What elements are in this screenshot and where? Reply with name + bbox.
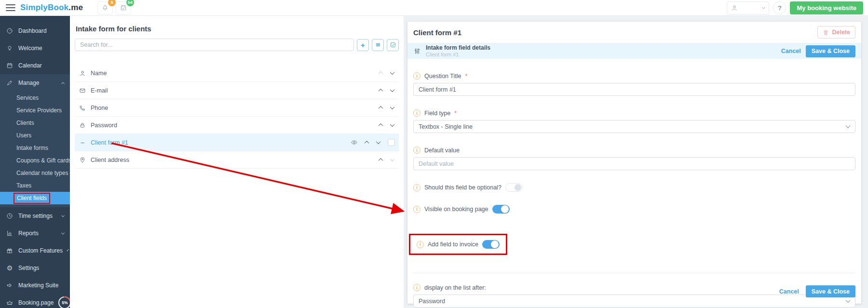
bookings-button[interactable]: 54 xyxy=(116,1,131,14)
user-menu-dropdown[interactable] xyxy=(727,1,769,14)
move-down-button[interactable] xyxy=(389,70,395,76)
optional-toggle[interactable] xyxy=(505,183,523,192)
list-item-phone[interactable]: Phone xyxy=(75,99,399,117)
move-up-button[interactable] xyxy=(378,122,383,128)
question-title-label-row: i Question Title * xyxy=(413,72,855,80)
notifications-badge: 5 xyxy=(108,0,116,6)
required-asterisk: * xyxy=(454,110,457,117)
sidebar-item-client-fields[interactable]: Client fields xyxy=(0,192,70,204)
sidebar-item-taxes[interactable]: Taxes xyxy=(0,179,70,192)
sidebar-item-calendar[interactable]: Calendar xyxy=(0,57,70,74)
trash-icon xyxy=(823,29,829,36)
checkbox-icon xyxy=(390,41,396,48)
detail-header: Client form #1 Delete xyxy=(407,22,861,43)
move-down-button[interactable] xyxy=(389,88,395,94)
cancel-button-bottom[interactable]: Cancel xyxy=(779,288,799,295)
sidebar-item-services[interactable]: Services xyxy=(0,92,70,104)
move-down-button[interactable] xyxy=(389,122,395,128)
info-icon: i xyxy=(413,184,420,191)
calendar-check-icon xyxy=(120,4,127,11)
delete-button[interactable]: Delete xyxy=(817,26,855,39)
row-checkbox[interactable] xyxy=(388,139,395,146)
visible-toggle-row: i Visible on booking page xyxy=(413,205,855,214)
hamburger-menu-icon[interactable] xyxy=(6,4,15,11)
sidebar-item-booking-page[interactable]: Booking.page 5% xyxy=(0,294,70,308)
field-list: Name E-mail Phone Password – Client form xyxy=(75,65,399,169)
person-icon xyxy=(79,70,86,77)
bar-chart-icon xyxy=(6,230,14,237)
visible-on-booking-page-toggle[interactable] xyxy=(492,205,510,214)
select-fields-button[interactable] xyxy=(387,39,399,51)
chevron-down-icon xyxy=(61,214,65,217)
sidebar-item-time-settings[interactable]: Time settings xyxy=(0,207,70,225)
sidebar-item-reports[interactable]: Reports xyxy=(0,225,70,242)
top-bar: SimplyBook.me 5 54 ? My booking website xyxy=(0,0,868,16)
list-item-client-form-1[interactable]: – Client form #1 xyxy=(75,134,399,151)
help-button[interactable]: ? xyxy=(773,1,786,14)
move-down-button[interactable] xyxy=(375,140,381,146)
list-item-password[interactable]: Password xyxy=(75,117,399,134)
field-type-select[interactable]: Textbox - Single line xyxy=(413,120,855,133)
info-icon: i xyxy=(413,284,420,291)
list-item-email[interactable]: E-mail xyxy=(75,82,399,99)
sidebar-item-marketing-suite[interactable]: Marketing Suite xyxy=(0,277,70,294)
toolbar-title: Intake form field details xyxy=(426,45,490,52)
sidebar-item-settings[interactable]: ⚙ Settings xyxy=(0,259,70,277)
move-up-button[interactable] xyxy=(378,88,383,94)
info-icon: i xyxy=(413,147,420,154)
list-view-button[interactable] xyxy=(372,39,384,51)
move-up-button[interactable] xyxy=(364,140,369,146)
toolbar-subtitle: Client form #1 xyxy=(426,52,490,58)
sidebar-item-calendar-note-types[interactable]: Calendar note types xyxy=(0,167,70,179)
move-up-button[interactable] xyxy=(378,105,383,111)
chevron-down-icon xyxy=(846,298,851,303)
eye-icon[interactable] xyxy=(351,139,358,146)
search-input[interactable] xyxy=(75,39,354,51)
sidebar-item-manage[interactable]: Manage xyxy=(0,74,70,92)
move-up-button[interactable] xyxy=(378,157,383,163)
sidebar-item-users[interactable]: Users xyxy=(0,129,70,142)
default-value-input[interactable] xyxy=(413,157,855,170)
sidebar-item-coupons-gift-cards[interactable]: Coupons & Gift cards xyxy=(0,154,70,167)
dash-icon: – xyxy=(79,139,86,146)
sidebar-item-welcome[interactable]: Welcome xyxy=(0,40,70,57)
simplybook-logo[interactable]: SimplyBook.me xyxy=(20,3,83,13)
sidebar-item-custom-features[interactable]: Custom Features xyxy=(0,242,70,259)
optional-toggle-row: i Should this field be optional? xyxy=(413,183,855,192)
list-item-name[interactable]: Name xyxy=(75,65,399,82)
list-item-client-address[interactable]: Client address xyxy=(75,151,399,169)
list-icon xyxy=(375,41,381,48)
cancel-button-top[interactable]: Cancel xyxy=(781,48,801,54)
save-close-button-top[interactable]: Save & Close xyxy=(806,45,855,57)
clock-icon xyxy=(6,213,14,219)
required-asterisk: * xyxy=(465,73,467,80)
crown-icon xyxy=(6,299,14,306)
info-icon: i xyxy=(413,206,420,213)
save-close-button-bottom[interactable]: Save & Close xyxy=(806,285,855,297)
detail-toolbar: Intake form field details Client form #1… xyxy=(407,43,861,59)
panel-title: Intake form for clients xyxy=(76,25,399,33)
pencil-icon xyxy=(6,80,14,86)
lightbulb-icon xyxy=(6,45,14,52)
move-up-button xyxy=(378,70,383,76)
logo-suffix: .me xyxy=(68,3,83,12)
sidebar-item-dashboard[interactable]: Dashboard xyxy=(0,22,70,40)
intake-form-panel: Intake form for clients + Name E-mail xyxy=(70,16,404,308)
annotation-box-client-fields: Client fields xyxy=(14,193,50,204)
add-field-to-invoice-toggle[interactable] xyxy=(482,240,500,249)
help-icon: ? xyxy=(778,4,782,12)
gauge-icon xyxy=(6,27,14,34)
notifications-button[interactable]: 5 xyxy=(97,1,113,14)
move-down-button[interactable] xyxy=(389,105,395,111)
add-field-button[interactable]: + xyxy=(357,39,369,51)
chevron-down-icon xyxy=(762,5,765,9)
sidebar-item-intake-forms[interactable]: Intake forms xyxy=(0,142,70,154)
sidebar-item-service-providers[interactable]: Service Providers xyxy=(0,104,70,117)
info-icon: i xyxy=(413,109,420,117)
my-booking-website-button[interactable]: My booking website xyxy=(790,1,863,14)
info-icon: i xyxy=(417,241,424,248)
map-pin-icon xyxy=(79,157,86,163)
question-title-input[interactable] xyxy=(413,83,855,96)
chevron-down-icon xyxy=(61,231,65,234)
sidebar-item-clients[interactable]: Clients xyxy=(0,117,70,129)
